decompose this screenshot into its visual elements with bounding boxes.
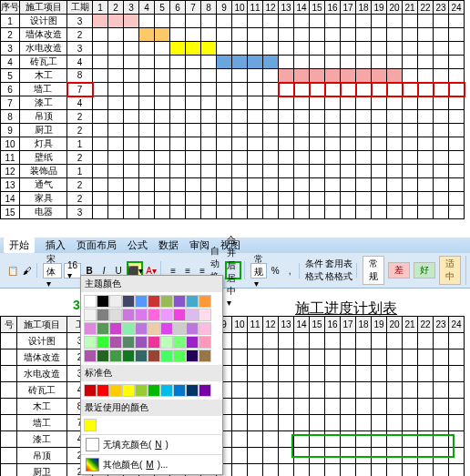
gantt-cell[interactable] <box>310 137 325 151</box>
gantt-cell[interactable] <box>418 96 434 110</box>
gantt-cell[interactable] <box>124 137 139 151</box>
gantt-cell[interactable] <box>201 124 217 137</box>
cell-index[interactable]: 1 <box>1 15 20 28</box>
gantt-cell[interactable] <box>403 165 418 178</box>
gantt-cell[interactable] <box>434 178 449 192</box>
color-swatch[interactable] <box>173 349 186 362</box>
cell-task[interactable]: 漆工 <box>20 96 67 110</box>
cell-index[interactable]: 7 <box>1 96 20 110</box>
color-swatch[interactable] <box>186 322 199 335</box>
gantt-cell[interactable] <box>387 28 403 42</box>
color-swatch[interactable] <box>160 384 173 397</box>
gantt-cell[interactable] <box>279 137 294 151</box>
gantt-cell[interactable] <box>124 151 139 165</box>
gantt-cell[interactable] <box>248 151 263 165</box>
gantt-cell[interactable] <box>403 110 418 124</box>
color-swatch[interactable] <box>186 309 199 321</box>
cell-dur[interactable]: 4 <box>67 96 93 110</box>
gantt-cell[interactable] <box>372 151 387 165</box>
gantt-cell[interactable] <box>232 333 248 349</box>
gantt-cell[interactable] <box>108 137 124 151</box>
gantt-cell[interactable] <box>325 15 341 28</box>
gantt-cell[interactable] <box>341 464 356 477</box>
gantt-cell[interactable] <box>263 366 279 382</box>
gantt-cell[interactable] <box>325 56 341 69</box>
gantt-cell[interactable] <box>403 69 418 83</box>
gantt-cell[interactable] <box>325 83 341 96</box>
task-row[interactable]: 砖瓦工4 <box>1 382 465 399</box>
gantt-cell[interactable] <box>186 42 201 56</box>
gantt-cell[interactable] <box>201 137 217 151</box>
task-row[interactable]: 墙体改造2 <box>1 349 465 366</box>
gantt-cell[interactable] <box>139 15 155 28</box>
gantt-cell[interactable] <box>449 110 465 124</box>
gantt-cell[interactable] <box>124 165 139 178</box>
gantt-cell[interactable] <box>279 415 294 431</box>
gantt-cell[interactable] <box>418 69 434 83</box>
gantt-cell[interactable] <box>403 83 418 96</box>
task-row[interactable]: 13通气2 <box>1 178 465 192</box>
gantt-cell[interactable] <box>139 165 155 178</box>
gantt-cell[interactable] <box>186 83 201 96</box>
gantt-cell[interactable] <box>217 28 232 42</box>
gantt-cell[interactable] <box>248 137 263 151</box>
gantt-cell[interactable] <box>232 83 248 96</box>
cell-dur[interactable]: 2 <box>67 151 93 165</box>
gantt-cell[interactable] <box>294 192 310 206</box>
gantt-cell[interactable] <box>93 124 108 137</box>
merge-button[interactable]: 合并后居中 ▾ <box>225 261 241 279</box>
gantt-cell[interactable] <box>217 83 232 96</box>
gantt-cell[interactable] <box>248 192 263 206</box>
gantt-cell[interactable] <box>387 15 403 28</box>
cell-task[interactable]: 电器 <box>20 206 67 219</box>
gantt-cell[interactable] <box>387 96 403 110</box>
gantt-cell[interactable] <box>232 15 248 28</box>
gantt-cell[interactable] <box>341 206 356 219</box>
gantt-cell[interactable] <box>372 415 387 431</box>
gantt-cell[interactable] <box>294 69 310 83</box>
gantt-cell[interactable] <box>310 28 325 42</box>
task-row[interactable]: 14家具2 <box>1 192 465 206</box>
gantt-cell[interactable] <box>263 83 279 96</box>
gantt-cell[interactable] <box>155 28 170 42</box>
gantt-cell[interactable] <box>372 15 387 28</box>
color-swatch[interactable] <box>84 349 97 362</box>
gantt-cell[interactable] <box>341 69 356 83</box>
gantt-cell[interactable] <box>341 415 356 431</box>
gantt-cell[interactable] <box>341 165 356 178</box>
gantt-cell[interactable] <box>418 464 434 477</box>
color-swatch[interactable] <box>109 322 122 335</box>
gantt-cell[interactable] <box>434 110 449 124</box>
gantt-cell[interactable] <box>356 83 372 96</box>
gantt-cell[interactable] <box>387 110 403 124</box>
gantt-cell[interactable] <box>279 165 294 178</box>
gantt-cell[interactable] <box>356 42 372 56</box>
gantt-cell[interactable] <box>279 178 294 192</box>
gantt-cell[interactable] <box>372 165 387 178</box>
task-row[interactable]: 5木工8 <box>1 69 465 83</box>
gantt-cell[interactable] <box>403 28 418 42</box>
gantt-cell[interactable] <box>418 137 434 151</box>
gantt-cell[interactable] <box>263 15 279 28</box>
gantt-cell[interactable] <box>418 382 434 399</box>
cell-index[interactable]: 12 <box>1 165 20 178</box>
gantt-cell[interactable] <box>124 110 139 124</box>
gantt-cell[interactable] <box>356 56 372 69</box>
cell-dur[interactable]: 8 <box>67 69 93 83</box>
gantt-cell[interactable] <box>139 42 155 56</box>
gantt-cell[interactable] <box>356 333 372 349</box>
cell-task[interactable]: 厨卫 <box>17 464 67 477</box>
cell-index[interactable]: 13 <box>1 178 20 192</box>
gantt-cell[interactable] <box>387 399 403 415</box>
color-swatch[interactable] <box>97 384 109 397</box>
gantt-cell[interactable] <box>403 206 418 219</box>
gantt-cell[interactable] <box>124 42 139 56</box>
gantt-cell[interactable] <box>341 349 356 366</box>
gantt-cell[interactable] <box>201 206 217 219</box>
gantt-cell[interactable] <box>201 56 217 69</box>
gantt-cell[interactable] <box>93 206 108 219</box>
gantt-cell[interactable] <box>170 15 186 28</box>
gantt-cell[interactable] <box>93 178 108 192</box>
gantt-cell[interactable] <box>341 96 356 110</box>
cell-index[interactable]: 6 <box>1 83 20 96</box>
